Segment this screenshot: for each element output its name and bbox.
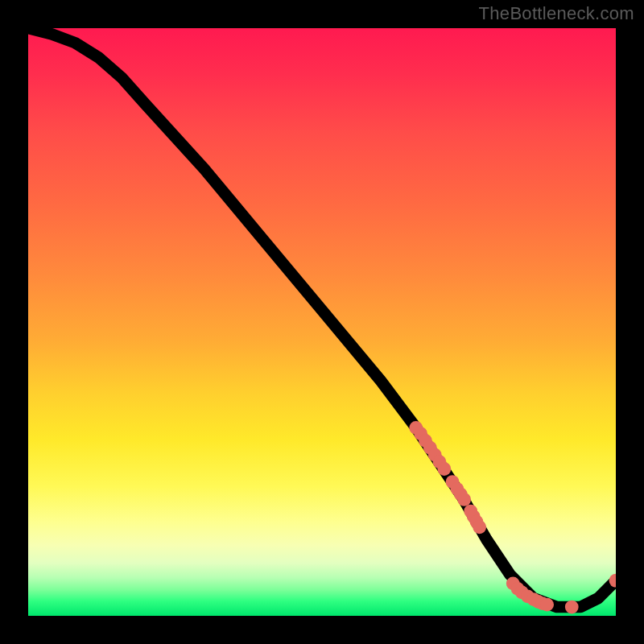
plot-area — [28, 28, 616, 616]
watermark-text: TheBottleneck.com — [479, 3, 634, 24]
markers-group — [409, 421, 616, 613]
data-marker — [565, 601, 579, 614]
bottleneck-curve — [28, 28, 616, 607]
data-marker — [457, 493, 471, 506]
data-marker — [473, 520, 486, 534]
data-marker — [540, 598, 554, 612]
data-marker — [437, 462, 451, 476]
chart-svg — [28, 28, 616, 616]
